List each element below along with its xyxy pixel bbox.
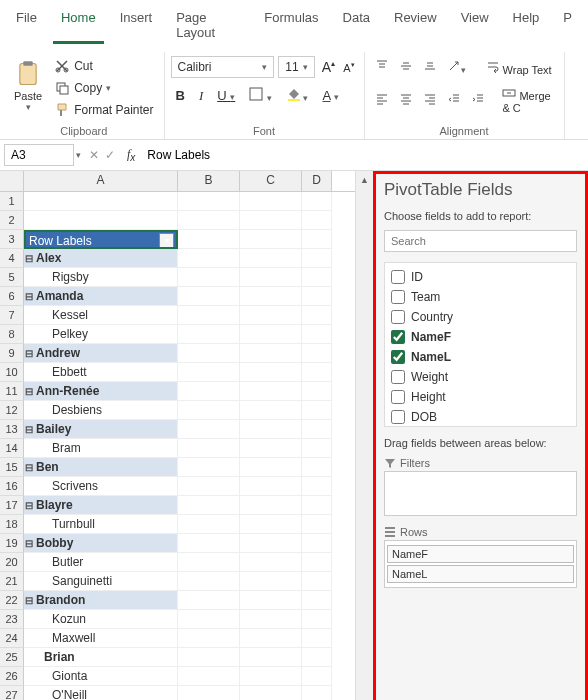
filter-dropdown-icon[interactable]: ▾ bbox=[159, 233, 174, 248]
ptf-field-weight[interactable]: Weight bbox=[389, 367, 572, 387]
cell-C26[interactable] bbox=[240, 667, 302, 686]
row-header-13[interactable]: 13 bbox=[0, 420, 24, 439]
cell-A27[interactable]: O'Neill bbox=[24, 686, 178, 700]
menu-tab-home[interactable]: Home bbox=[53, 6, 104, 44]
select-all-corner[interactable] bbox=[0, 171, 24, 191]
row-header-5[interactable]: 5 bbox=[0, 268, 24, 287]
ptf-checkbox-country[interactable] bbox=[391, 310, 405, 324]
cell-A10[interactable]: Ebbett bbox=[24, 363, 178, 382]
row-header-24[interactable]: 24 bbox=[0, 629, 24, 648]
menu-tab-review[interactable]: Review bbox=[386, 6, 445, 44]
cell-A5[interactable]: Rigsby bbox=[24, 268, 178, 287]
cell-C6[interactable] bbox=[240, 287, 302, 306]
row-header-2[interactable]: 2 bbox=[0, 211, 24, 230]
row-header-17[interactable]: 17 bbox=[0, 496, 24, 515]
cell-B12[interactable] bbox=[178, 401, 240, 420]
cell-C24[interactable] bbox=[240, 629, 302, 648]
ptf-field-dob[interactable]: DOB bbox=[389, 407, 572, 427]
cell-D4[interactable] bbox=[302, 249, 332, 268]
ptf-field-id[interactable]: ID bbox=[389, 267, 572, 287]
formula-input[interactable] bbox=[141, 145, 584, 165]
row-header-3[interactable]: 3 bbox=[0, 230, 24, 249]
row-header-9[interactable]: 9 bbox=[0, 344, 24, 363]
merge-button[interactable]: Merge & C bbox=[498, 83, 557, 117]
ptf-checkbox-dob[interactable] bbox=[391, 410, 405, 424]
cell-A25[interactable]: Brian bbox=[24, 648, 178, 667]
cell-D26[interactable] bbox=[302, 667, 332, 686]
row-header-8[interactable]: 8 bbox=[0, 325, 24, 344]
cell-B4[interactable] bbox=[178, 249, 240, 268]
increase-indent-button[interactable] bbox=[467, 89, 489, 112]
cell-D19[interactable] bbox=[302, 534, 332, 553]
paste-button[interactable]: Paste ▾ bbox=[10, 56, 46, 121]
cell-C3[interactable] bbox=[240, 230, 302, 249]
cell-A13[interactable]: Bailey bbox=[24, 420, 178, 439]
cell-C13[interactable] bbox=[240, 420, 302, 439]
cell-C25[interactable] bbox=[240, 648, 302, 667]
cell-D21[interactable] bbox=[302, 572, 332, 591]
align-middle-button[interactable] bbox=[395, 56, 417, 79]
ptf-checkbox-height[interactable] bbox=[391, 390, 405, 404]
cell-A21[interactable]: Sanguinetti bbox=[24, 572, 178, 591]
row-header-26[interactable]: 26 bbox=[0, 667, 24, 686]
column-header-B[interactable]: B bbox=[178, 171, 240, 191]
cell-B27[interactable] bbox=[178, 686, 240, 700]
copy-button[interactable]: Copy ▾ bbox=[50, 78, 157, 98]
cell-B5[interactable] bbox=[178, 268, 240, 287]
underline-button[interactable]: U ▾ bbox=[212, 85, 240, 106]
ptf-checkbox-namel[interactable] bbox=[391, 350, 405, 364]
menu-tab-page-layout[interactable]: Page Layout bbox=[168, 6, 248, 44]
cell-C12[interactable] bbox=[240, 401, 302, 420]
cell-B6[interactable] bbox=[178, 287, 240, 306]
cell-D15[interactable] bbox=[302, 458, 332, 477]
cell-A7[interactable]: Kessel bbox=[24, 306, 178, 325]
cell-B18[interactable] bbox=[178, 515, 240, 534]
row-header-7[interactable]: 7 bbox=[0, 306, 24, 325]
column-header-A[interactable]: A bbox=[24, 171, 178, 191]
cell-C23[interactable] bbox=[240, 610, 302, 629]
ptf-rows-box[interactable]: NameFNameL bbox=[384, 540, 577, 588]
font-color-button[interactable]: A ▾ bbox=[317, 85, 344, 106]
cell-C15[interactable] bbox=[240, 458, 302, 477]
cell-C9[interactable] bbox=[240, 344, 302, 363]
row-header-19[interactable]: 19 bbox=[0, 534, 24, 553]
cell-C18[interactable] bbox=[240, 515, 302, 534]
cell-B1[interactable] bbox=[178, 192, 240, 211]
cell-A8[interactable]: Pelkey bbox=[24, 325, 178, 344]
cell-D12[interactable] bbox=[302, 401, 332, 420]
bold-button[interactable]: B bbox=[171, 85, 190, 106]
cell-D17[interactable] bbox=[302, 496, 332, 515]
decrease-font-button[interactable]: A▾ bbox=[340, 59, 357, 76]
row-header-11[interactable]: 11 bbox=[0, 382, 24, 401]
cell-A26[interactable]: Gionta bbox=[24, 667, 178, 686]
cancel-formula-button[interactable]: ✕ bbox=[89, 148, 99, 162]
cell-D6[interactable] bbox=[302, 287, 332, 306]
cell-C19[interactable] bbox=[240, 534, 302, 553]
cell-A6[interactable]: Amanda bbox=[24, 287, 178, 306]
ptf-checkbox-id[interactable] bbox=[391, 270, 405, 284]
row-header-4[interactable]: 4 bbox=[0, 249, 24, 268]
cell-A15[interactable]: Ben bbox=[24, 458, 178, 477]
cell-B7[interactable] bbox=[178, 306, 240, 325]
row-header-12[interactable]: 12 bbox=[0, 401, 24, 420]
cell-B25[interactable] bbox=[178, 648, 240, 667]
cell-D27[interactable] bbox=[302, 686, 332, 700]
row-header-14[interactable]: 14 bbox=[0, 439, 24, 458]
row-header-1[interactable]: 1 bbox=[0, 192, 24, 211]
cell-D10[interactable] bbox=[302, 363, 332, 382]
fill-color-button[interactable]: ▾ bbox=[281, 84, 314, 107]
cell-B26[interactable] bbox=[178, 667, 240, 686]
cell-D16[interactable] bbox=[302, 477, 332, 496]
cell-A18[interactable]: Turnbull bbox=[24, 515, 178, 534]
ptf-field-team[interactable]: Team bbox=[389, 287, 572, 307]
column-header-D[interactable]: D bbox=[302, 171, 332, 191]
name-box[interactable] bbox=[4, 144, 74, 166]
row-header-6[interactable]: 6 bbox=[0, 287, 24, 306]
cell-C10[interactable] bbox=[240, 363, 302, 382]
cell-C14[interactable] bbox=[240, 439, 302, 458]
cell-D1[interactable] bbox=[302, 192, 332, 211]
cell-D23[interactable] bbox=[302, 610, 332, 629]
row-header-25[interactable]: 25 bbox=[0, 648, 24, 667]
ptf-rows-item-namel[interactable]: NameL bbox=[387, 565, 574, 583]
cell-C8[interactable] bbox=[240, 325, 302, 344]
